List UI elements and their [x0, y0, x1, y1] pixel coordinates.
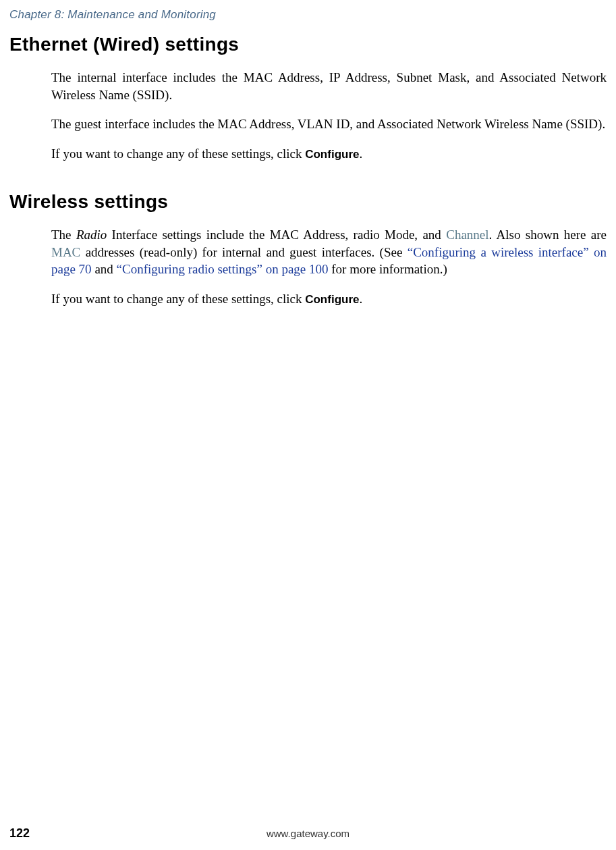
wireless-p2-pre: If you want to change any of these setti… — [51, 292, 305, 306]
page-content: Ethernet (Wired) settings The internal i… — [0, 34, 616, 308]
page-footer: 122 www.gateway.com — [0, 826, 616, 841]
wireless-p1-mid3: addresses (read-only) for internal and g… — [80, 245, 407, 259]
wireless-p1-post: for more information.) — [329, 262, 447, 276]
configure-label-1: Configure — [305, 148, 359, 161]
page-number: 122 — [9, 826, 30, 841]
wireless-para-1: The Radio Interface settings include the… — [51, 226, 607, 278]
chapter-header: Chapter 8: Maintenance and Monitoring — [0, 0, 616, 22]
ethernet-para-3: If you want to change any of these setti… — [51, 145, 607, 163]
wireless-p1-mid2: . Also shown here are — [489, 228, 607, 242]
wireless-para-2: If you want to change any of these setti… — [51, 290, 607, 308]
wireless-p1-radio: Radio — [76, 228, 107, 242]
ethernet-p3-pre: If you want to change any of these setti… — [51, 147, 305, 161]
chapter-label: Chapter 8: Maintenance and Monitoring — [9, 8, 216, 21]
wireless-p1-pre: The — [51, 228, 76, 242]
wireless-p1-channel: Channel — [446, 228, 488, 242]
ethernet-para-1: The internal interface includes the MAC … — [51, 69, 607, 103]
ethernet-para-2: The guest interface includes the MAC Add… — [51, 115, 607, 133]
wireless-heading: Wireless settings — [9, 191, 607, 213]
footer-url: www.gateway.com — [267, 828, 349, 839]
wireless-p2-post: . — [359, 292, 362, 306]
ethernet-heading: Ethernet (Wired) settings — [9, 34, 607, 55]
wireless-p1-mid1: Interface settings include the MAC Addre… — [107, 228, 446, 242]
wireless-p1-mac: MAC — [51, 245, 80, 259]
wireless-p1-and: and — [92, 262, 117, 276]
wireless-link-2[interactable]: “Configuring radio settings” on page 100 — [117, 262, 329, 276]
configure-label-2: Configure — [305, 293, 359, 306]
ethernet-p3-post: . — [359, 147, 362, 161]
